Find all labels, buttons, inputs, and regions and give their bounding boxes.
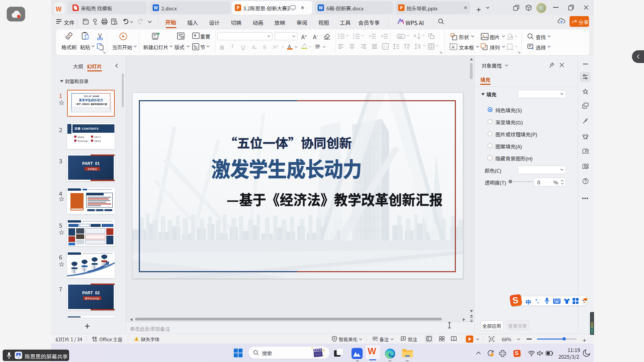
svg-text:A: A <box>452 45 455 50</box>
svg-text:A: A <box>414 34 416 38</box>
svg-text:ab: ab <box>398 35 402 39</box>
svg-text:3: 3 <box>353 37 355 39</box>
svg-text:A↔: A↔ <box>383 45 388 48</box>
